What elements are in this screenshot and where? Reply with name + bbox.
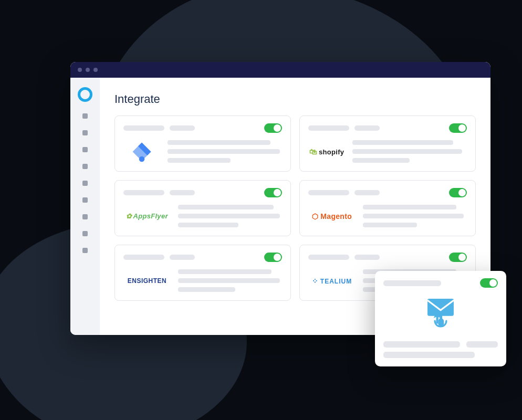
- svg-rect-5: [440, 313, 442, 321]
- integration-card-magento[interactable]: ⬡Magento: [299, 180, 476, 236]
- integration-card-google-tag-manager[interactable]: [114, 116, 291, 172]
- shopify-logo-icon: 🛍shopify: [308, 147, 345, 156]
- sidebar-item[interactable]: [82, 197, 88, 203]
- placeholder-text: [352, 140, 467, 163]
- sidebar-item[interactable]: [82, 113, 88, 119]
- toggle-switch[interactable]: [449, 188, 467, 197]
- google-tag-manager-logo-icon: [123, 141, 160, 163]
- ensighten-logo-icon: ENSIGHTEN: [123, 277, 171, 285]
- page-title: Integrate: [114, 92, 476, 106]
- toggle-switch[interactable]: [264, 188, 282, 197]
- window-control-minimize[interactable]: [86, 68, 90, 72]
- integration-popup-card[interactable]: [375, 271, 506, 366]
- placeholder-text: [178, 269, 282, 292]
- integration-card-shopify[interactable]: 🛍shopify: [299, 116, 476, 172]
- placeholder-text: [308, 255, 380, 260]
- brand-logo-icon[interactable]: [78, 87, 92, 102]
- magento-logo-icon: ⬡Magento: [308, 212, 356, 220]
- svg-rect-3: [427, 299, 454, 316]
- sidebar-item[interactable]: [82, 231, 88, 236]
- appsflyer-logo-icon: ✿AppsFlyer: [123, 212, 171, 220]
- placeholder-text: [383, 341, 498, 358]
- placeholder-text: [168, 140, 282, 163]
- placeholder-text: [383, 280, 441, 286]
- placeholder-text: [308, 125, 380, 131]
- toggle-switch[interactable]: [449, 123, 467, 133]
- sidebar-item[interactable]: [82, 164, 88, 169]
- placeholder-text: [123, 125, 195, 131]
- placeholder-text: [123, 190, 195, 195]
- placeholder-text: [178, 205, 282, 227]
- toggle-switch[interactable]: [480, 278, 498, 288]
- sidebar: [70, 78, 100, 335]
- sidebar-item[interactable]: [82, 248, 88, 253]
- toggle-switch[interactable]: [264, 253, 282, 262]
- tealium-logo-icon: ⁘TEALIUM: [308, 277, 356, 285]
- sidebar-item[interactable]: [82, 214, 88, 219]
- window-control-maximize[interactable]: [93, 68, 98, 72]
- email-click-icon: [383, 293, 498, 334]
- integration-card-appsflyer[interactable]: ✿AppsFlyer: [114, 180, 291, 236]
- sidebar-item[interactable]: [82, 130, 88, 135]
- toggle-switch[interactable]: [449, 253, 467, 262]
- placeholder-text: [123, 255, 195, 260]
- integration-card-ensighten[interactable]: ENSIGHTEN: [114, 245, 291, 301]
- sidebar-item[interactable]: [82, 147, 88, 152]
- placeholder-text: [363, 205, 467, 227]
- sidebar-item[interactable]: [82, 181, 88, 186]
- svg-point-2: [139, 156, 145, 162]
- window-control-close[interactable]: [78, 68, 82, 72]
- toggle-switch[interactable]: [264, 123, 282, 133]
- window-titlebar: [70, 62, 490, 78]
- app-window: Integrate: [70, 62, 490, 335]
- placeholder-text: [308, 190, 380, 195]
